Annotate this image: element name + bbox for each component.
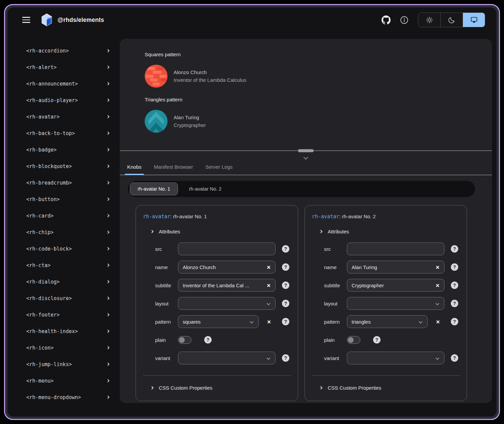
knob-row-name: nameAlonzo Church×?: [155, 261, 290, 273]
theme-light-button[interactable]: [418, 13, 440, 27]
sidebar-item-rh-health-index[interactable]: <rh-health-index>: [7, 323, 120, 339]
css-properties-label: CSS Custom Properties: [159, 385, 212, 391]
css-properties-label: CSS Custom Properties: [328, 385, 381, 391]
sidebar-item-label: <rh-alert>: [26, 64, 57, 70]
help-icon[interactable]: ?: [373, 336, 381, 344]
sidebar-item-rh-footer[interactable]: <rh-footer>: [7, 306, 120, 323]
clear-icon[interactable]: ×: [266, 282, 271, 289]
avatar-demo-squares: Squares patternAlonzo ChurchInventor of …: [145, 52, 492, 88]
help-icon[interactable]: ?: [282, 282, 289, 289]
sidebar-item-rh-dialog[interactable]: <rh-dialog>: [7, 273, 120, 290]
sidebar-item-rh-alert[interactable]: <rh-alert>: [7, 59, 120, 75]
resize-handle[interactable]: [298, 149, 314, 152]
chevron-right-icon: [319, 386, 323, 390]
chevron-down-icon: [266, 356, 270, 360]
help-icon[interactable]: ?: [451, 282, 458, 289]
help-icon[interactable]: ?: [282, 300, 289, 307]
sidebar-item-label: <rh-disclosure>: [26, 295, 72, 301]
subtitle-input[interactable]: Inventor of the Lambda Cal ...×: [178, 279, 276, 292]
sidebar-item-rh-cta[interactable]: <rh-cta>: [7, 257, 120, 273]
sidebar-item-label: <rh-menu>: [26, 378, 53, 384]
pattern-select[interactable]: triangles: [347, 315, 428, 328]
clear-icon[interactable]: ×: [435, 264, 440, 270]
theme-system-button[interactable]: [463, 13, 485, 27]
sidebar-item-label: <rh-button>: [26, 196, 60, 202]
css-properties-disclosure[interactable]: CSS Custom Properties: [151, 385, 291, 391]
clear-icon[interactable]: ×: [436, 319, 440, 325]
sidebar-item-rh-blockquote[interactable]: <rh-blockquote>: [7, 158, 120, 174]
subtitle-input[interactable]: Cryptographer×: [347, 279, 444, 292]
theme-dark-button[interactable]: [440, 13, 463, 27]
plain-toggle[interactable]: [178, 336, 191, 344]
help-icon[interactable]: ?: [282, 245, 289, 253]
knob-label: plain: [324, 337, 347, 343]
avatar-name: Alan Turing: [174, 113, 206, 121]
collapse-button[interactable]: [304, 155, 308, 160]
sidebar-item-rh-audio-player[interactable]: <rh-audio-player>: [7, 92, 120, 108]
help-icon[interactable]: ?: [451, 318, 458, 325]
variant-select[interactable]: [178, 352, 276, 364]
plain-toggle[interactable]: [347, 336, 360, 344]
demo-area: Squares patternAlonzo ChurchInventor of …: [120, 39, 492, 142]
avatar-subtitle: Cryptographer: [174, 121, 206, 129]
knob-row-layout: layout?: [155, 297, 290, 310]
sidebar-item-rh-card[interactable]: <rh-card>: [7, 207, 120, 224]
sidebar-item-rh-avatar[interactable]: <rh-avatar>: [7, 108, 120, 125]
sidebar-item-rh-accordion[interactable]: <rh-accordion>: [7, 42, 120, 59]
sidebar-item-rh-badge[interactable]: <rh-badge>: [7, 141, 120, 158]
app-title: @rhds/elements: [58, 17, 104, 24]
chevron-right-icon: [106, 280, 110, 284]
sidebar-item-rh-breadcrumb[interactable]: <rh-breadcrumb>: [7, 174, 120, 191]
layout-select[interactable]: [178, 297, 276, 310]
sidebar-item-rh-jump-links[interactable]: <rh-jump-links>: [7, 356, 120, 372]
sun-icon: [426, 16, 433, 24]
tab-knobs[interactable]: Knobs: [127, 164, 142, 170]
help-icon[interactable]: ?: [451, 354, 458, 362]
help-icon[interactable]: ?: [451, 245, 458, 253]
src-input[interactable]: [178, 242, 276, 255]
tab-server-logs[interactable]: Server Logs: [205, 164, 232, 170]
help-icon[interactable]: ?: [451, 263, 458, 271]
name-input[interactable]: Alan Turing×: [347, 261, 444, 273]
sidebar-item-label: <rh-back-to-top>: [26, 130, 75, 136]
sidebar[interactable]: <rh-accordion><rh-alert><rh-announcement…: [7, 32, 120, 417]
sidebar-item-label: <rh-footer>: [26, 312, 60, 318]
sidebar-item-rh-button[interactable]: <rh-button>: [7, 191, 120, 207]
help-icon[interactable]: ?: [204, 336, 212, 344]
input-value: Alan Turing: [352, 264, 435, 270]
attributes-disclosure[interactable]: Attributes: [151, 229, 291, 234]
sidebar-item-rh-chip[interactable]: <rh-chip>: [7, 224, 120, 240]
info-button[interactable]: [400, 15, 409, 25]
css-properties-disclosure[interactable]: CSS Custom Properties: [320, 385, 460, 391]
chevron-right-icon: [106, 198, 110, 201]
sidebar-item-rh-menu-dropdown[interactable]: <rh-menu-dropdown>: [7, 389, 120, 405]
chevron-down-icon: [435, 301, 439, 305]
layout-select[interactable]: [347, 297, 444, 310]
sidebar-item-rh-announcement[interactable]: <rh-announcement>: [7, 75, 120, 92]
hamburger-menu-button[interactable]: [22, 17, 30, 23]
instance-tab-2[interactable]: rh-avatar No. 2: [181, 183, 229, 195]
chevron-right-icon: [106, 66, 110, 69]
sidebar-item-rh-menu[interactable]: <rh-menu>: [7, 372, 120, 389]
tab-manifest-browser[interactable]: Manifest Browser: [154, 164, 193, 170]
help-icon[interactable]: ?: [282, 263, 289, 271]
sidebar-item-label: <rh-accordion>: [26, 48, 69, 54]
help-icon[interactable]: ?: [282, 354, 289, 362]
clear-icon[interactable]: ×: [267, 319, 271, 325]
knob-panel-2: rh-avatar: rh-avatar No. 2Attributessrc?…: [304, 205, 467, 401]
clear-icon[interactable]: ×: [266, 264, 271, 270]
sidebar-item-rh-disclosure[interactable]: <rh-disclosure>: [7, 290, 120, 306]
variant-select[interactable]: [347, 352, 444, 364]
sidebar-item-rh-code-block[interactable]: <rh-code-block>: [7, 240, 120, 257]
help-icon[interactable]: ?: [282, 318, 289, 325]
github-button[interactable]: [382, 15, 391, 25]
sidebar-item-rh-back-to-top[interactable]: <rh-back-to-top>: [7, 125, 120, 141]
help-icon[interactable]: ?: [451, 300, 458, 307]
attributes-disclosure[interactable]: Attributes: [320, 229, 460, 234]
pattern-select[interactable]: squares: [178, 315, 259, 328]
instance-tab-1[interactable]: rh-avatar No. 1: [130, 183, 178, 195]
name-input[interactable]: Alonzo Church×: [178, 261, 276, 273]
clear-icon[interactable]: ×: [435, 282, 440, 289]
sidebar-item-rh-icon[interactable]: <rh-icon>: [7, 339, 120, 356]
src-input[interactable]: [347, 242, 444, 255]
